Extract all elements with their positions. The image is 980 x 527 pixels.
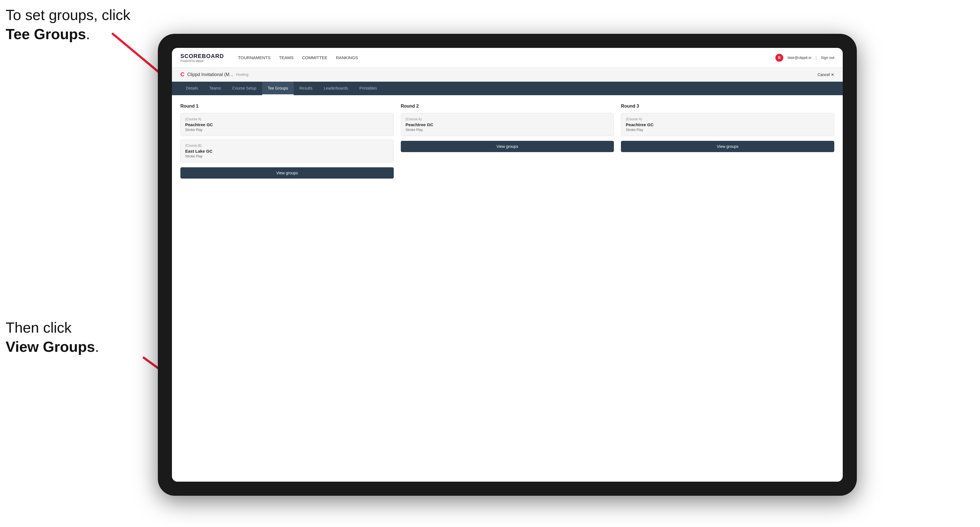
nav-teams[interactable]: TEAMS: [279, 54, 294, 61]
instruction-bottom: Then click View Groups.: [6, 318, 99, 356]
round-1-course-b-label: (Course B): [185, 144, 389, 148]
instruction-bottom-line2: View Groups: [6, 338, 95, 355]
tab-details[interactable]: Details: [180, 82, 204, 95]
tablet-device: SCOREBOARD Powered by clippit TOURNAMENT…: [158, 34, 857, 496]
round-1-view-groups-button[interactable]: View groups: [180, 167, 394, 179]
nav-right: B blair@clippit.io | Sign out: [775, 54, 834, 62]
logo-area: SCOREBOARD Powered by clippit: [180, 53, 224, 62]
round-1-course-a-label: (Course A): [185, 117, 389, 121]
tab-results[interactable]: Results: [294, 82, 318, 95]
round-1-course-b-format: Stroke Play: [185, 154, 389, 158]
tab-tee-groups[interactable]: Tee Groups: [262, 82, 294, 95]
round-2-course-a-label: (Course A): [406, 117, 609, 121]
round-1-course-b-name: East Lake GC: [185, 149, 389, 154]
tournament-status: Hosting: [236, 72, 248, 76]
tab-teams[interactable]: Teams: [204, 82, 227, 95]
logo-text: SCOREBOARD: [180, 53, 224, 59]
main-content: Round 1 (Course A) Peachtree GC Stroke P…: [172, 95, 843, 482]
tablet-screen: SCOREBOARD Powered by clippit TOURNAMENT…: [172, 48, 843, 482]
nav-links: TOURNAMENTS TEAMS COMMITTEE RANKINGS: [238, 54, 764, 61]
rounds-container: Round 1 (Course A) Peachtree GC Stroke P…: [180, 104, 834, 179]
round-2-course-a-card: (Course A) Peachtree GC Stroke Play: [401, 113, 614, 136]
cancel-label: Cancel: [818, 72, 830, 77]
tab-printables[interactable]: Printables: [354, 82, 382, 95]
tab-leaderboards[interactable]: Leaderboards: [318, 82, 354, 95]
round-1-course-a-format: Stroke Play: [185, 128, 389, 132]
instruction-top-punctuation: .: [86, 26, 90, 42]
round-3-course-a-format: Stroke Play: [626, 128, 829, 132]
round-1-title: Round 1: [180, 104, 394, 109]
sign-out-link[interactable]: Sign out: [821, 56, 834, 60]
round-2-title: Round 2: [401, 104, 614, 109]
user-avatar: B: [775, 54, 783, 62]
tab-bar: Details Teams Course Setup Tee Groups Re…: [172, 82, 843, 95]
instruction-bottom-punctuation: .: [95, 338, 99, 355]
round-1-course-a-card: (Course A) Peachtree GC Stroke Play: [180, 113, 394, 136]
round-2-column: Round 2 (Course A) Peachtree GC Stroke P…: [401, 104, 614, 179]
sub-header-logo: C: [180, 71, 185, 78]
sub-header-left: C Clippd Invitational (M... Hosting: [180, 71, 248, 78]
round-3-title: Round 3: [621, 104, 834, 109]
tournament-name: Clippd Invitational (M...: [187, 72, 233, 77]
logo-sub: Powered by clippit: [180, 59, 224, 62]
instruction-top-line2: Tee Groups: [6, 26, 86, 42]
round-1-course-b-card: (Course B) East Lake GC Stroke Play: [180, 140, 394, 162]
cancel-button[interactable]: Cancel ✕: [818, 72, 834, 77]
nav-committee[interactable]: COMMITTEE: [302, 54, 328, 61]
round-3-view-groups-button[interactable]: View groups: [621, 141, 834, 152]
round-1-column: Round 1 (Course A) Peachtree GC Stroke P…: [180, 104, 394, 179]
round-2-view-groups-button[interactable]: View groups: [401, 141, 614, 152]
user-email: blair@clippit.io: [788, 56, 811, 60]
round-2-course-a-format: Stroke Play: [406, 128, 609, 132]
instruction-bottom-line1: Then click: [6, 319, 72, 336]
instruction-top-line1: To set groups, click: [6, 7, 130, 23]
round-3-column: Round 3 (Course A) Peachtree GC Stroke P…: [621, 104, 834, 179]
round-3-course-a-label: (Course A): [626, 117, 829, 121]
scoreboard-logo: SCOREBOARD: [180, 53, 224, 59]
round-2-course-a-name: Peachtree GC: [406, 122, 609, 127]
nav-rankings[interactable]: RANKINGS: [336, 54, 358, 61]
tab-course-setup[interactable]: Course Setup: [227, 82, 262, 95]
round-1-course-a-name: Peachtree GC: [185, 122, 389, 127]
nav-tournaments[interactable]: TOURNAMENTS: [238, 54, 270, 61]
sub-header: C Clippd Invitational (M... Hosting Canc…: [172, 68, 843, 82]
round-3-course-a-name: Peachtree GC: [626, 122, 829, 127]
top-nav: SCOREBOARD Powered by clippit TOURNAMENT…: [172, 48, 843, 68]
round-3-course-a-card: (Course A) Peachtree GC Stroke Play: [621, 113, 834, 136]
